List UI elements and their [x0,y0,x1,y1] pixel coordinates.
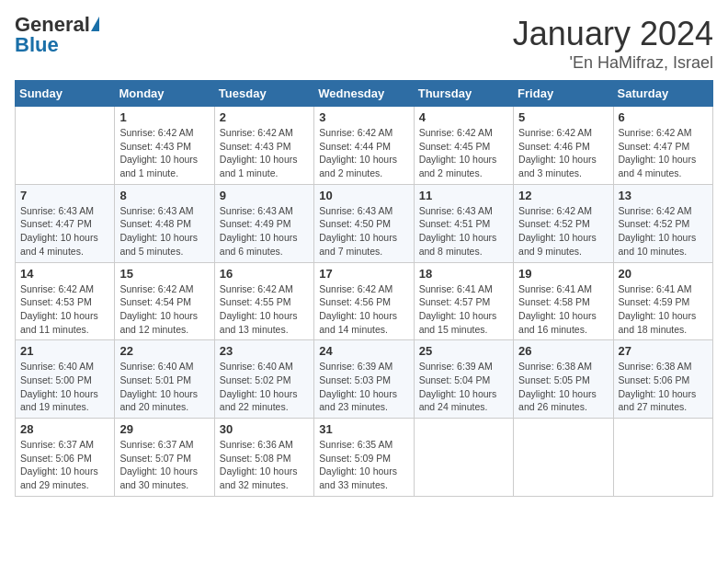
day-number: 2 [220,110,309,124]
day-number: 1 [119,110,209,124]
calendar-cell: 5Sunrise: 6:42 AMSunset: 4:46 PMDaylight… [514,107,613,185]
day-info: Sunrise: 6:42 AMSunset: 4:56 PMDaylight:… [319,282,408,337]
calendar-cell: 11Sunrise: 6:43 AMSunset: 4:51 PMDayligh… [414,184,513,262]
calendar-cell: 2Sunrise: 6:42 AMSunset: 4:43 PMDaylight… [214,107,313,185]
calendar-table: SundayMondayTuesdayWednesdayThursdayFrid… [15,80,713,497]
day-info: Sunrise: 6:42 AMSunset: 4:53 PMDaylight:… [20,282,109,337]
calendar-cell [16,107,115,185]
day-number: 10 [319,189,408,202]
header-day-wednesday: Wednesday [314,81,414,107]
calendar-cell: 28Sunrise: 6:37 AMSunset: 5:06 PMDayligh… [16,419,115,497]
header-day-saturday: Saturday [613,81,712,107]
calendar-cell: 8Sunrise: 6:43 AMSunset: 4:48 PMDaylight… [115,184,214,262]
day-number: 25 [419,344,508,358]
day-info: Sunrise: 6:37 AMSunset: 5:06 PMDaylight:… [20,438,109,492]
day-info: Sunrise: 6:42 AMSunset: 4:43 PMDaylight:… [119,126,209,180]
week-row-1: 1Sunrise: 6:42 AMSunset: 4:43 PMDaylight… [16,107,713,185]
header-day-thursday: Thursday [414,81,513,107]
calendar-cell: 21Sunrise: 6:40 AMSunset: 5:00 PMDayligh… [16,340,115,419]
day-info: Sunrise: 6:38 AMSunset: 5:05 PMDaylight:… [518,360,608,414]
week-row-5: 28Sunrise: 6:37 AMSunset: 5:06 PMDayligh… [16,419,713,497]
day-info: Sunrise: 6:43 AMSunset: 4:50 PMDaylight:… [319,204,408,259]
day-info: Sunrise: 6:42 AMSunset: 4:55 PMDaylight:… [220,282,309,337]
day-info: Sunrise: 6:43 AMSunset: 4:47 PMDaylight:… [20,204,109,259]
day-info: Sunrise: 6:38 AMSunset: 5:06 PMDaylight:… [619,360,708,414]
day-number: 20 [619,267,708,281]
calendar-cell: 20Sunrise: 6:41 AMSunset: 4:59 PMDayligh… [613,262,712,340]
calendar-cell: 27Sunrise: 6:38 AMSunset: 5:06 PMDayligh… [613,340,712,419]
calendar-title: January 2024 [513,15,713,53]
calendar-cell: 23Sunrise: 6:40 AMSunset: 5:02 PMDayligh… [214,340,313,419]
calendar-cell: 4Sunrise: 6:42 AMSunset: 4:45 PMDaylight… [414,107,513,185]
logo: General Blue [15,15,99,55]
day-number: 9 [220,189,309,202]
day-number: 15 [119,267,209,281]
logo-general-text: General [15,15,90,35]
calendar-cell: 25Sunrise: 6:39 AMSunset: 5:04 PMDayligh… [414,340,513,419]
header-day-friday: Friday [514,81,613,107]
calendar-cell [613,419,712,497]
day-number: 29 [119,422,209,436]
calendar-cell: 9Sunrise: 6:43 AMSunset: 4:49 PMDaylight… [214,184,313,262]
day-info: Sunrise: 6:42 AMSunset: 4:52 PMDaylight:… [619,204,708,259]
calendar-cell: 22Sunrise: 6:40 AMSunset: 5:01 PMDayligh… [115,340,214,419]
day-info: Sunrise: 6:41 AMSunset: 4:57 PMDaylight:… [419,282,508,337]
calendar-cell: 16Sunrise: 6:42 AMSunset: 4:55 PMDayligh… [214,262,313,340]
day-number: 6 [619,110,708,124]
day-info: Sunrise: 6:35 AMSunset: 5:09 PMDaylight:… [319,438,408,492]
day-info: Sunrise: 6:39 AMSunset: 5:04 PMDaylight:… [419,360,508,414]
day-info: Sunrise: 6:39 AMSunset: 5:03 PMDaylight:… [319,360,408,414]
day-number: 21 [20,344,109,358]
calendar-header: SundayMondayTuesdayWednesdayThursdayFrid… [16,81,713,107]
day-number: 16 [220,267,309,281]
day-number: 30 [220,422,309,436]
calendar-cell: 12Sunrise: 6:42 AMSunset: 4:52 PMDayligh… [514,184,613,262]
logo-blue-text: Blue [15,35,59,55]
day-info: Sunrise: 6:40 AMSunset: 5:00 PMDaylight:… [20,360,109,414]
day-number: 19 [518,267,608,281]
day-number: 24 [319,344,408,358]
calendar-cell: 29Sunrise: 6:37 AMSunset: 5:07 PMDayligh… [115,419,214,497]
day-number: 14 [20,267,109,281]
calendar-cell: 10Sunrise: 6:43 AMSunset: 4:50 PMDayligh… [314,184,414,262]
day-number: 3 [319,110,408,124]
calendar-cell: 3Sunrise: 6:42 AMSunset: 4:44 PMDaylight… [314,107,414,185]
calendar-cell: 1Sunrise: 6:42 AMSunset: 4:43 PMDaylight… [115,107,214,185]
calendar-cell [414,419,513,497]
day-info: Sunrise: 6:41 AMSunset: 4:58 PMDaylight:… [518,282,608,337]
header-day-monday: Monday [115,81,214,107]
day-number: 27 [619,344,708,358]
calendar-cell: 19Sunrise: 6:41 AMSunset: 4:58 PMDayligh… [514,262,613,340]
page-header: General Blue January 2024 'En HaMifraz, … [15,15,713,73]
calendar-cell: 26Sunrise: 6:38 AMSunset: 5:05 PMDayligh… [514,340,613,419]
day-number: 7 [20,189,109,202]
day-number: 5 [518,110,608,124]
day-number: 11 [419,189,508,202]
day-number: 22 [119,344,209,358]
calendar-cell: 31Sunrise: 6:35 AMSunset: 5:09 PMDayligh… [314,419,414,497]
calendar-cell: 15Sunrise: 6:42 AMSunset: 4:54 PMDayligh… [115,262,214,340]
calendar-cell: 13Sunrise: 6:42 AMSunset: 4:52 PMDayligh… [613,184,712,262]
day-info: Sunrise: 6:36 AMSunset: 5:08 PMDaylight:… [220,438,309,492]
header-day-sunday: Sunday [16,81,115,107]
day-number: 17 [319,267,408,281]
calendar-cell [514,419,613,497]
day-number: 13 [619,189,708,202]
day-info: Sunrise: 6:42 AMSunset: 4:44 PMDaylight:… [319,126,408,180]
day-info: Sunrise: 6:42 AMSunset: 4:43 PMDaylight:… [220,126,309,180]
calendar-cell: 14Sunrise: 6:42 AMSunset: 4:53 PMDayligh… [16,262,115,340]
day-info: Sunrise: 6:42 AMSunset: 4:54 PMDaylight:… [119,282,209,337]
week-row-3: 14Sunrise: 6:42 AMSunset: 4:53 PMDayligh… [16,262,713,340]
day-info: Sunrise: 6:41 AMSunset: 4:59 PMDaylight:… [619,282,708,337]
day-info: Sunrise: 6:42 AMSunset: 4:52 PMDaylight:… [518,204,608,259]
day-number: 12 [518,189,608,202]
day-number: 28 [20,422,109,436]
day-number: 26 [518,344,608,358]
calendar-cell: 17Sunrise: 6:42 AMSunset: 4:56 PMDayligh… [314,262,414,340]
day-info: Sunrise: 6:43 AMSunset: 4:48 PMDaylight:… [119,204,209,259]
day-info: Sunrise: 6:40 AMSunset: 5:01 PMDaylight:… [119,360,209,414]
day-info: Sunrise: 6:42 AMSunset: 4:46 PMDaylight:… [518,126,608,180]
calendar-subtitle: 'En HaMifraz, Israel [513,53,713,73]
day-number: 18 [419,267,508,281]
calendar-cell: 30Sunrise: 6:36 AMSunset: 5:08 PMDayligh… [214,419,313,497]
